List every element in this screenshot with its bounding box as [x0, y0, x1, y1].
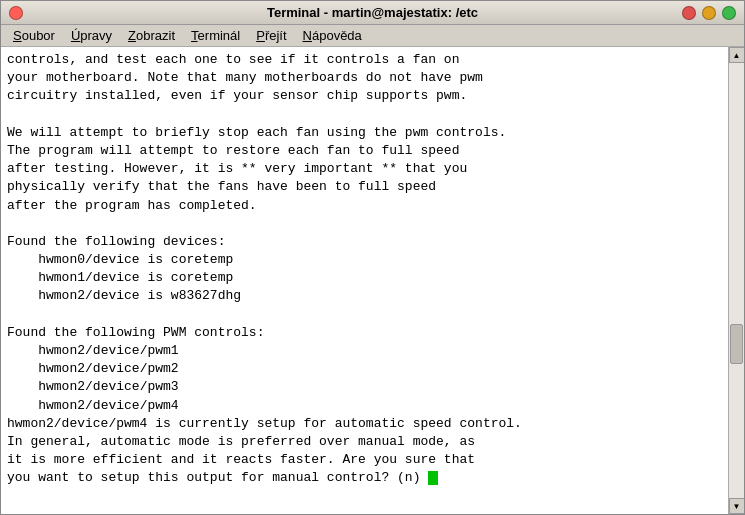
window-controls-right — [682, 6, 736, 20]
minimize-button-right[interactable] — [702, 6, 716, 20]
menubar: Soubor Úpravy Zobrazit Terminál Přejít N… — [1, 25, 744, 47]
menu-upravy[interactable]: Úpravy — [63, 26, 120, 45]
terminal-cursor — [428, 471, 438, 485]
window-title: Terminal - martin@majestatix: /etc — [267, 5, 478, 20]
maximize-button-right[interactable] — [722, 6, 736, 20]
scrollbar[interactable]: ▲ ▼ — [728, 47, 744, 514]
scroll-down-arrow[interactable]: ▼ — [729, 498, 745, 514]
scroll-track[interactable] — [729, 63, 744, 498]
scroll-up-arrow[interactable]: ▲ — [729, 47, 745, 63]
menu-napoveda[interactable]: Nápověda — [295, 26, 370, 45]
menu-zobrazit[interactable]: Zobrazit — [120, 26, 183, 45]
scroll-thumb[interactable] — [730, 324, 743, 364]
close-button-left[interactable] — [9, 6, 23, 20]
menu-terminal[interactable]: Terminál — [183, 26, 248, 45]
terminal-container: controls, and test each one to see if it… — [1, 47, 744, 514]
window-controls-left — [9, 6, 23, 20]
menu-prejit[interactable]: Přejít — [248, 26, 294, 45]
terminal-output[interactable]: controls, and test each one to see if it… — [1, 47, 728, 514]
menu-soubor[interactable]: Soubor — [5, 26, 63, 45]
close-button-right[interactable] — [682, 6, 696, 20]
terminal-window: Terminal - martin@majestatix: /etc Soubo… — [0, 0, 745, 515]
titlebar: Terminal - martin@majestatix: /etc — [1, 1, 744, 25]
